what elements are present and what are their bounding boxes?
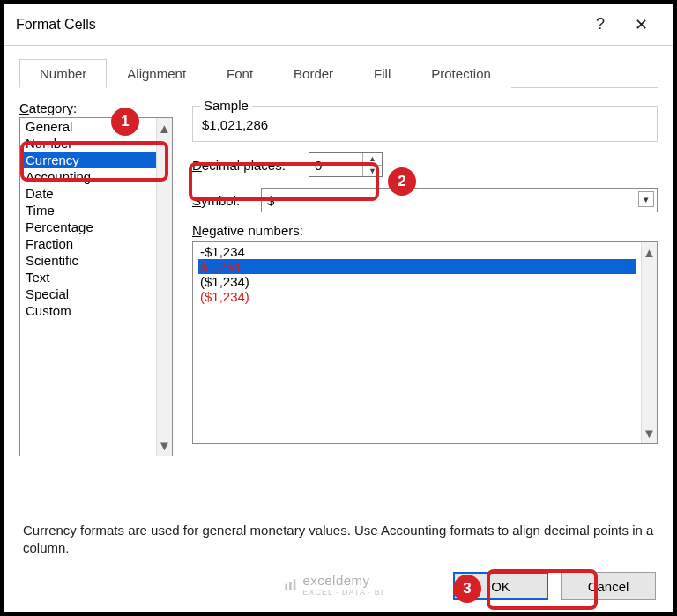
symbol-row: Symbol: $ ▾ (192, 188, 658, 212)
step-1-badge: 1 (111, 108, 139, 136)
window-title: Format Cells (16, 17, 580, 33)
options-panel: Sample $1,021,286 Decimal places: ▲ ▼ Sy… (192, 100, 658, 509)
category-item-scientific[interactable]: Scientific (20, 252, 156, 269)
sample-group: Sample $1,021,286 (192, 106, 658, 142)
scroll-down-icon[interactable]: ▼ (158, 438, 171, 453)
category-item-fraction[interactable]: Fraction (20, 235, 156, 252)
category-item-percentage[interactable]: Percentage (20, 219, 156, 235)
negative-item-3[interactable]: ($1,234) (198, 274, 636, 289)
tab-protection[interactable]: Protection (411, 59, 511, 88)
category-item-custom[interactable]: Custom (20, 302, 156, 319)
format-cells-dialog: Format Cells ? ✕ Number Alignment Font B… (0, 0, 677, 616)
symbol-select[interactable]: $ (261, 188, 658, 212)
tab-alignment[interactable]: Alignment (107, 59, 206, 88)
spin-buttons: ▲ ▼ (362, 153, 382, 176)
category-item-date[interactable]: Date (20, 185, 156, 202)
tab-font[interactable]: Font (206, 59, 273, 88)
category-label: Category: (19, 100, 173, 117)
category-column: Category: General Number Currency Accoun… (19, 100, 173, 509)
negative-listbox[interactable]: -$1,234 $1,234 ($1,234) ($1,234) ▲ ▼ (192, 241, 658, 444)
negative-item-2[interactable]: $1,234 (198, 259, 636, 274)
negative-item-4[interactable]: ($1,234) (198, 289, 636, 304)
scroll-up-icon[interactable]: ▲ (158, 121, 171, 136)
step-3-badge: 3 (453, 575, 481, 603)
category-item-special[interactable]: Special (20, 286, 156, 302)
decimal-row: Decimal places: ▲ ▼ (192, 152, 658, 177)
category-list: General Number Currency Accounting Date … (20, 118, 156, 456)
tab-number[interactable]: Number (19, 59, 107, 88)
titlebar: Format Cells ? ✕ (4, 4, 673, 46)
category-listbox[interactable]: General Number Currency Accounting Date … (19, 117, 173, 456)
help-icon[interactable]: ? (580, 15, 621, 33)
watermark: exceldemy EXCEL · DATA · BI (283, 573, 383, 597)
scrollbar[interactable]: ▲ ▼ (641, 242, 657, 443)
dialog-content: Number Alignment Font Border Fill Protec… (4, 46, 673, 558)
negative-item-1[interactable]: -$1,234 (198, 244, 636, 259)
category-item-currency[interactable]: Currency (20, 152, 156, 168)
spin-up-icon[interactable]: ▲ (363, 153, 382, 166)
negative-items: -$1,234 $1,234 ($1,234) ($1,234) (193, 242, 641, 443)
watermark-tagline: EXCEL · DATA · BI (302, 588, 383, 597)
negative-label: Negative numbers: (192, 223, 658, 238)
close-icon[interactable]: ✕ (621, 15, 661, 34)
category-item-number[interactable]: Number (20, 135, 156, 152)
svg-rect-0 (285, 583, 287, 590)
description-text: Currency formats are used for general mo… (19, 509, 658, 558)
watermark-brand: exceldemy (302, 573, 369, 588)
category-item-accounting[interactable]: Accounting (20, 168, 156, 185)
tab-fill[interactable]: Fill (353, 59, 411, 88)
spin-down-icon[interactable]: ▼ (363, 166, 382, 177)
scrollbar[interactable]: ▲ ▼ (156, 118, 172, 456)
svg-rect-1 (289, 582, 292, 590)
decimal-label: Decimal places: (192, 158, 298, 173)
sample-label: Sample (200, 98, 252, 113)
tab-bar: Number Alignment Font Border Fill Protec… (19, 58, 658, 88)
category-item-time[interactable]: Time (20, 202, 156, 219)
step-2-badge: 2 (388, 167, 416, 196)
watermark-icon (283, 578, 297, 592)
scroll-up-icon[interactable]: ▲ (643, 245, 656, 260)
category-item-text[interactable]: Text (20, 269, 156, 286)
sample-value: $1,021,286 (202, 117, 648, 132)
svg-rect-2 (294, 579, 296, 590)
tab-border[interactable]: Border (273, 59, 353, 88)
decimal-spinner[interactable]: ▲ ▼ (309, 152, 383, 177)
scroll-down-icon[interactable]: ▼ (643, 426, 656, 441)
decimal-input[interactable] (309, 153, 362, 176)
cancel-button[interactable]: Cancel (561, 572, 656, 600)
dialog-footer: OK Cancel (453, 572, 656, 600)
symbol-select-wrap: $ ▾ (261, 188, 658, 212)
symbol-label: Symbol: (192, 193, 250, 208)
tab-body: Category: General Number Currency Accoun… (19, 88, 658, 509)
negative-section: Negative numbers: -$1,234 $1,234 ($1,234… (192, 223, 658, 444)
